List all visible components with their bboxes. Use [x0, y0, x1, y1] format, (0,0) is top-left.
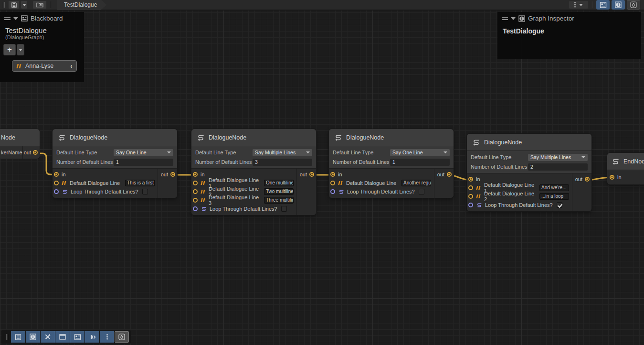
num-lines-field[interactable]: 2	[528, 163, 588, 171]
line-label: Default Dialogue Line 2	[484, 191, 537, 202]
line-port[interactable]	[54, 181, 59, 185]
line-port[interactable]	[468, 194, 473, 199]
line-text-field[interactable]: One multiline	[264, 180, 294, 186]
window-icon	[59, 334, 66, 340]
kebab-icon	[574, 2, 576, 8]
info-button[interactable]	[26, 331, 40, 343]
loop-checkbox[interactable]	[419, 189, 424, 194]
in-port[interactable]	[54, 172, 59, 177]
in-port[interactable]	[468, 177, 473, 182]
node-title: DialogueNode	[209, 134, 246, 141]
loop-port[interactable]	[54, 189, 59, 194]
line-type-dropdown[interactable]: Say One Line	[390, 149, 450, 156]
dialogue-node-1[interactable]: DialogueNode Default Line Type Say One L…	[53, 129, 177, 198]
loop-port[interactable]	[193, 206, 198, 211]
in-port[interactable]	[193, 172, 198, 177]
line-type-dropdown[interactable]: Say Multiple Lines	[528, 154, 588, 161]
graph-type: (DialogueGraph)	[0, 34, 84, 40]
more-menu-button[interactable]	[569, 0, 589, 9]
node-title: DialogueNode	[484, 139, 522, 146]
num-lines-field[interactable]: 3	[253, 159, 312, 166]
line-text-field[interactable]: Another regu	[401, 180, 431, 186]
blackboard-button[interactable]	[70, 331, 84, 343]
line-port[interactable]	[468, 185, 473, 190]
line-type-label: Default Line Type	[471, 154, 528, 160]
drag-handle-icon[interactable]	[502, 17, 508, 20]
half-disc-chevron-icon	[89, 334, 96, 340]
line-text-field[interactable]: ...in a loop	[539, 193, 569, 200]
line-text-field[interactable]: And we're...	[539, 184, 569, 191]
line-label: Default Dialogue Line	[346, 180, 396, 186]
loop-port[interactable]	[468, 203, 473, 207]
num-lines-field[interactable]: 1	[390, 159, 450, 166]
line-type-dropdown[interactable]: Say One Line	[114, 149, 173, 156]
graph-tab[interactable]: TestDialogue	[57, 0, 106, 10]
dialogue-node-4[interactable]: DialogueNode Default Line Type Say Multi…	[467, 134, 591, 211]
out-port[interactable]	[309, 172, 314, 177]
out-port[interactable]	[447, 172, 452, 177]
in-port[interactable]	[610, 175, 614, 180]
out-port[interactable]	[33, 150, 38, 155]
out-port[interactable]	[585, 177, 590, 182]
blackboard-icon	[600, 2, 607, 8]
node-icon	[196, 134, 205, 141]
loop-checkbox[interactable]	[142, 189, 148, 194]
dialogue-node-3[interactable]: DialogueNode Default Line Type Say One L…	[329, 129, 454, 198]
loop-icon	[476, 203, 482, 208]
in-port-label: in	[476, 176, 480, 182]
collapse-chevron-icon[interactable]: ‹	[71, 62, 72, 70]
end-node[interactable]: EndNode in	[607, 153, 644, 184]
panel-title: Graph Inspector	[528, 15, 574, 22]
out-port[interactable]	[170, 172, 175, 177]
out-port-label: out	[300, 172, 307, 177]
graph-inspector-panel: Graph Inspector TestDialogue	[497, 12, 641, 59]
quote-icon	[201, 198, 206, 203]
line-type-label: Default Line Type	[56, 150, 114, 155]
node-icon	[611, 158, 620, 165]
kebab-icon	[106, 334, 108, 340]
half-disc-chevron-button[interactable]	[85, 331, 99, 343]
line-port[interactable]	[193, 198, 198, 203]
toolbar-drag-handle[interactable]	[3, 2, 5, 8]
drag-handle-icon[interactable]	[4, 17, 11, 20]
in-port-label: in	[62, 172, 66, 177]
collapse-triangle-icon[interactable]	[13, 17, 18, 20]
loop-port[interactable]	[330, 189, 335, 194]
more-button[interactable]	[100, 331, 114, 343]
num-lines-label: Number of Default Lines	[195, 159, 253, 165]
line-text-field[interactable]: Three multilin	[264, 197, 294, 204]
line-port[interactable]	[330, 181, 335, 185]
caret-down-icon	[581, 156, 585, 158]
loop-checkbox[interactable]	[281, 206, 287, 212]
num-lines-label: Number of Default Lines	[56, 159, 114, 165]
loop-checkbox[interactable]	[557, 202, 562, 208]
tools-icon	[44, 334, 51, 340]
window-button[interactable]	[55, 331, 70, 343]
add-field-button[interactable]: +	[3, 44, 16, 55]
toolbar-drag-handle[interactable]	[6, 334, 8, 340]
line-text-field[interactable]: Two multiline	[264, 188, 294, 195]
inspector-toggle-button[interactable]	[612, 0, 625, 10]
save-button[interactable]	[8, 0, 20, 9]
add-field-dropdown[interactable]	[17, 44, 24, 55]
collapse-triangle-icon[interactable]	[511, 17, 516, 20]
dialogue-node-2[interactable]: DialogueNode Default Line Type Say Multi…	[191, 129, 316, 215]
line-text-field[interactable]: This is a first	[125, 180, 155, 186]
ignite-button[interactable]	[115, 331, 129, 343]
blackboard-field[interactable]: Anna-Lyse ‹	[12, 60, 77, 72]
in-port[interactable]	[330, 172, 335, 177]
line-port[interactable]	[193, 189, 198, 194]
line-type-dropdown[interactable]: Say Multiple Lines	[253, 149, 312, 156]
blackboard-toggle-button[interactable]	[596, 0, 610, 10]
file-lines-button[interactable]	[11, 331, 25, 343]
ignite-toggle-button[interactable]	[627, 0, 640, 10]
field-name: Anna-Lyse	[25, 63, 67, 69]
tools-button[interactable]	[41, 331, 55, 343]
open-asset-button[interactable]	[32, 0, 47, 9]
save-dropdown-button[interactable]	[21, 0, 28, 9]
num-lines-field[interactable]: 1	[114, 159, 173, 166]
out-port-label: out	[161, 172, 168, 177]
info-square-icon	[615, 1, 622, 8]
node-speaker-partial[interactable]: Node kerName out	[0, 129, 40, 159]
line-port[interactable]	[193, 181, 198, 185]
